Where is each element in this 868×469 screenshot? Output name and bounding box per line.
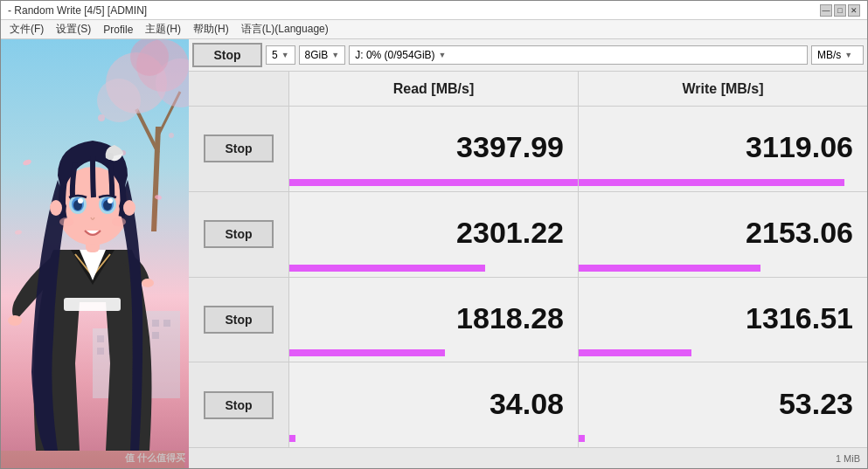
write-bar-1 (579, 179, 844, 186)
svg-point-27 (142, 279, 154, 287)
main-stop-button[interactable]: Stop (192, 43, 262, 67)
read-value-4: 34.08 (490, 389, 564, 418)
menu-language[interactable]: 语言(L)(Language) (236, 20, 334, 38)
svg-point-44 (154, 195, 162, 201)
write-cell-1: 3119.06 (579, 107, 867, 191)
stop-button-4[interactable]: Stop (204, 391, 274, 419)
unit-dropdown[interactable]: MB/s ▼ (811, 45, 864, 65)
write-bar-3 (579, 349, 691, 356)
write-cell-4: 53.23 (579, 362, 867, 447)
svg-point-43 (22, 158, 31, 166)
write-value-3: 1316.51 (746, 303, 853, 333)
count-dropdown[interactable]: 5 ▼ (266, 45, 295, 65)
bench-table: Read [MB/s] Write [MB/s] Stop 3397.99 31… (189, 72, 867, 447)
anime-character (1, 93, 184, 468)
header-read: Read [MB/s] (289, 72, 579, 106)
table-row: Stop 3397.99 3119.06 (189, 107, 867, 192)
svg-point-45 (15, 230, 23, 235)
stop-cell-4: Stop (189, 362, 289, 447)
top-controls: Stop 5 ▼ 8GiB ▼ J: 0% (0/954GiB) ▼ MB/s … (189, 39, 867, 72)
title-bar-controls: — □ ✕ (820, 4, 860, 17)
svg-point-40 (123, 200, 135, 216)
write-cell-2: 2153.06 (579, 192, 867, 277)
table-row: Stop 1818.28 1316.51 (189, 278, 867, 363)
main-window: - Random Write [4/5] [ADMIN] — □ ✕ 文件(F)… (0, 0, 868, 469)
chevron-down-icon: ▼ (331, 51, 339, 59)
size-dropdown[interactable]: 8GiB ▼ (299, 45, 346, 65)
write-value-4: 53.23 (779, 389, 853, 418)
svg-point-41 (59, 217, 73, 226)
minimize-button[interactable]: — (820, 4, 832, 17)
maximize-button[interactable]: □ (834, 4, 846, 17)
read-value-3: 1818.28 (456, 303, 564, 333)
header-write: Write [MB/s] (579, 72, 867, 106)
stop-cell-2: Stop (189, 192, 289, 277)
write-bar-4 (579, 435, 585, 442)
anime-panel: 值 什么值得买 (1, 39, 189, 468)
status-text: 1 MiB (836, 453, 860, 464)
svg-point-30 (107, 153, 114, 160)
content-area: 值 什么值得买 Stop 5 ▼ 8GiB ▼ J: 0% (0/954GiB)… (1, 39, 867, 468)
write-value-1: 3119.06 (746, 132, 853, 162)
stop-button-1[interactable]: Stop (204, 134, 274, 162)
read-cell-2: 2301.22 (289, 192, 579, 277)
drive-dropdown[interactable]: J: 0% (0/954GiB) ▼ (349, 45, 808, 65)
watermark: 值 什么值得买 (125, 452, 185, 465)
stop-cell-3: Stop (189, 278, 289, 362)
svg-point-42 (112, 217, 126, 226)
menu-bar: 文件(F) 设置(S) Profile 主题(H) 帮助(H) 语言(L)(La… (1, 20, 867, 39)
read-cell-1: 3397.99 (289, 107, 579, 191)
title-bar-left: - Random Write [4/5] [ADMIN] (8, 4, 147, 17)
menu-theme[interactable]: 主题(H) (140, 20, 186, 38)
read-bar-3 (289, 349, 445, 356)
read-bar-4 (289, 435, 295, 442)
table-row: Stop 34.08 53.23 (189, 362, 867, 447)
write-bar-2 (579, 265, 760, 272)
read-bar-1 (289, 179, 578, 186)
read-value-1: 3397.99 (456, 132, 564, 162)
svg-point-34 (78, 198, 83, 203)
svg-rect-25 (64, 298, 121, 311)
read-cell-3: 1818.28 (289, 278, 579, 362)
read-bar-2 (289, 265, 485, 272)
bench-panel: Stop 5 ▼ 8GiB ▼ J: 0% (0/954GiB) ▼ MB/s … (189, 39, 867, 468)
chevron-down-icon: ▼ (281, 51, 289, 59)
window-title: - Random Write [4/5] [ADMIN] (8, 4, 147, 17)
table-row: Stop 2301.22 2153.06 (189, 192, 867, 278)
close-button[interactable]: ✕ (848, 4, 860, 17)
svg-point-39 (50, 200, 62, 216)
svg-point-26 (8, 315, 22, 326)
menu-help[interactable]: 帮助(H) (188, 20, 234, 38)
write-cell-3: 1316.51 (579, 278, 867, 362)
stop-button-3[interactable]: Stop (204, 306, 274, 334)
chevron-down-icon: ▼ (439, 51, 447, 59)
menu-profile[interactable]: Profile (98, 22, 138, 38)
bottom-bar: 1 MiB (189, 447, 867, 468)
table-header: Read [MB/s] Write [MB/s] (189, 72, 867, 107)
read-value-2: 2301.22 (456, 217, 564, 247)
write-value-2: 2153.06 (746, 217, 853, 247)
read-cell-4: 34.08 (289, 362, 579, 447)
svg-point-7 (130, 39, 169, 76)
menu-settings[interactable]: 设置(S) (51, 20, 96, 38)
menu-file[interactable]: 文件(F) (4, 20, 49, 38)
svg-point-38 (108, 198, 113, 203)
chevron-down-icon: ▼ (844, 51, 852, 59)
stop-cell-1: Stop (189, 107, 289, 191)
header-stop-cell (189, 72, 289, 106)
stop-button-2[interactable]: Stop (204, 220, 274, 248)
title-bar: - Random Write [4/5] [ADMIN] — □ ✕ (1, 1, 867, 20)
